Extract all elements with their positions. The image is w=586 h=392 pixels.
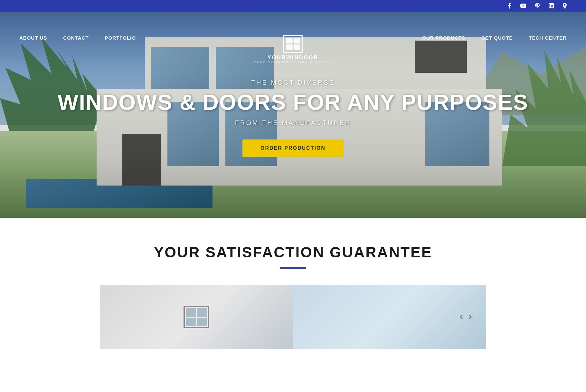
facebook-icon[interactable] <box>508 3 511 9</box>
linkedin-icon[interactable] <box>549 3 554 8</box>
nav-get-quote[interactable]: GET QUOTE <box>481 35 513 41</box>
nav-contact[interactable]: CONTACT <box>63 35 89 41</box>
social-bar <box>0 0 586 12</box>
youtube-icon[interactable] <box>520 4 526 8</box>
nav-right: OUR PRODUCTS GET QUOTE TECH CENTER <box>422 35 567 41</box>
preview-arrows <box>458 314 473 320</box>
section-divider <box>280 267 306 269</box>
order-production-button[interactable]: ORDER PRODUCTION <box>242 139 344 157</box>
window-preview-left <box>184 306 209 328</box>
pinterest-icon[interactable] <box>535 3 540 9</box>
nav-left: ABOUT US CONTACT PORTFOLIO <box>19 35 136 41</box>
nav-our-products[interactable]: OUR PRODUCTS <box>422 35 465 41</box>
hero-subtitle: THE MOST DIVERSE <box>251 79 335 86</box>
location-icon[interactable] <box>563 3 567 9</box>
nav-tech-center[interactable]: TECH CENTER <box>529 35 567 41</box>
logo-brand: YOURWINDOOR <box>268 55 318 61</box>
logo[interactable]: YOURWINDOOR EURO COMFORT DESIGN & SUPPLY <box>254 35 332 64</box>
hero-tagline: FROM THE MANUFACTURER <box>235 119 351 127</box>
hero-title: WINDOWS & DOORS FOR ANY PURPOSES <box>58 90 528 114</box>
satisfaction-title: YOUR SATISFACTION GUARANTEE <box>154 244 432 261</box>
hero-section: ABOUT US CONTACT PORTFOLIO YOURWINDOOR E… <box>0 12 586 218</box>
logo-tagline: EURO COMFORT DESIGN & SUPPLY <box>254 61 332 64</box>
product-preview <box>100 285 486 349</box>
satisfaction-section: YOUR SATISFACTION GUARANTEE <box>0 218 586 349</box>
nav-portfolio[interactable]: PORTFOLIO <box>105 35 136 41</box>
nav-about-us[interactable]: ABOUT US <box>19 35 47 41</box>
navbar: ABOUT US CONTACT PORTFOLIO YOURWINDOOR E… <box>0 23 586 52</box>
logo-icon <box>283 35 303 53</box>
